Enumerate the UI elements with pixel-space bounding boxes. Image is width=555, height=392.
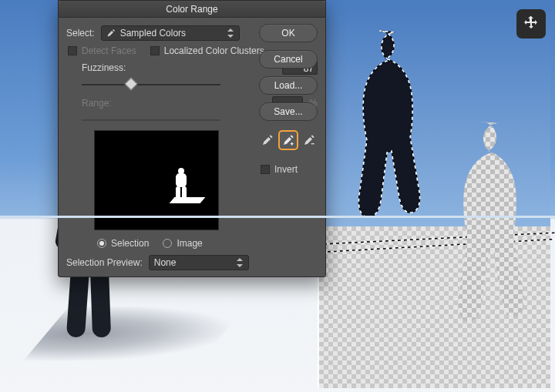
selection-preview-dropdown[interactable]: None xyxy=(149,255,249,270)
chevron-updown-icon xyxy=(236,258,244,267)
eyedropper-sample-tool[interactable] xyxy=(259,132,275,149)
localized-label: Localized Color Clusters xyxy=(164,45,264,56)
range-slider xyxy=(82,115,220,126)
eyedropper-tool-row xyxy=(259,132,318,149)
checkbox-icon xyxy=(150,46,160,55)
eyedropper-subtract-tool[interactable] xyxy=(301,132,318,149)
eyedropper-minus-icon xyxy=(303,134,315,146)
radio-image-label: Image xyxy=(177,238,202,249)
cancel-button[interactable]: Cancel xyxy=(259,50,318,69)
checkbox-icon xyxy=(261,165,270,174)
preview-shadow xyxy=(170,197,206,203)
canvas-right-panel xyxy=(318,3,550,388)
select-value: Sampled Colors xyxy=(120,28,186,39)
preview-mode-radios: Selection Image xyxy=(97,238,318,249)
fuzziness-label: Fuzziness: xyxy=(82,62,126,73)
radio-icon xyxy=(97,239,106,248)
silhouette-figure-transparent xyxy=(412,119,550,365)
dialog-body: Select: Sampled Colors Detect Faces Loca… xyxy=(59,18,325,276)
ok-button[interactable]: OK xyxy=(259,24,318,42)
move-arrows-icon xyxy=(522,15,540,33)
localized-clusters-checkbox[interactable]: Localized Color Clusters xyxy=(150,45,264,56)
eyedropper-plus-icon xyxy=(282,134,294,146)
dialog-button-column: OK Cancel Load... Save... xyxy=(259,24,318,175)
detect-faces-checkbox: Detect Faces xyxy=(68,45,136,56)
document-canvas: Color Range Select: Sampled Colors Detec… xyxy=(0,0,555,392)
eyedropper-icon xyxy=(261,134,274,146)
dialog-title[interactable]: Color Range xyxy=(59,1,325,18)
select-label: Select: xyxy=(66,28,95,39)
range-label: Range: xyxy=(82,98,112,109)
color-range-dialog: Color Range Select: Sampled Colors Detec… xyxy=(58,0,326,277)
fuzziness-slider[interactable] xyxy=(82,79,220,90)
radio-image[interactable]: Image xyxy=(163,238,202,249)
invert-label: Invert xyxy=(274,164,298,175)
detect-faces-label: Detect Faces xyxy=(82,45,136,56)
load-button[interactable]: Load... xyxy=(259,76,318,95)
chevron-updown-icon xyxy=(227,28,234,38)
svg-rect-3 xyxy=(311,143,314,144)
eyedropper-icon xyxy=(106,28,116,38)
checkbox-icon xyxy=(68,46,77,55)
move-tool-handle[interactable] xyxy=(516,9,546,39)
eyedropper-add-tool[interactable] xyxy=(280,132,296,149)
radio-selection-label: Selection xyxy=(111,238,149,249)
radio-icon xyxy=(163,239,172,248)
selection-preview-label: Selection Preview: xyxy=(66,257,143,268)
radio-selection[interactable]: Selection xyxy=(97,238,149,249)
save-button[interactable]: Save... xyxy=(259,102,318,121)
select-dropdown[interactable]: Sampled Colors xyxy=(101,25,240,41)
invert-checkbox[interactable]: Invert xyxy=(259,164,318,175)
selection-preview-value: None xyxy=(154,257,177,268)
selection-preview-thumbnail[interactable] xyxy=(94,130,219,230)
